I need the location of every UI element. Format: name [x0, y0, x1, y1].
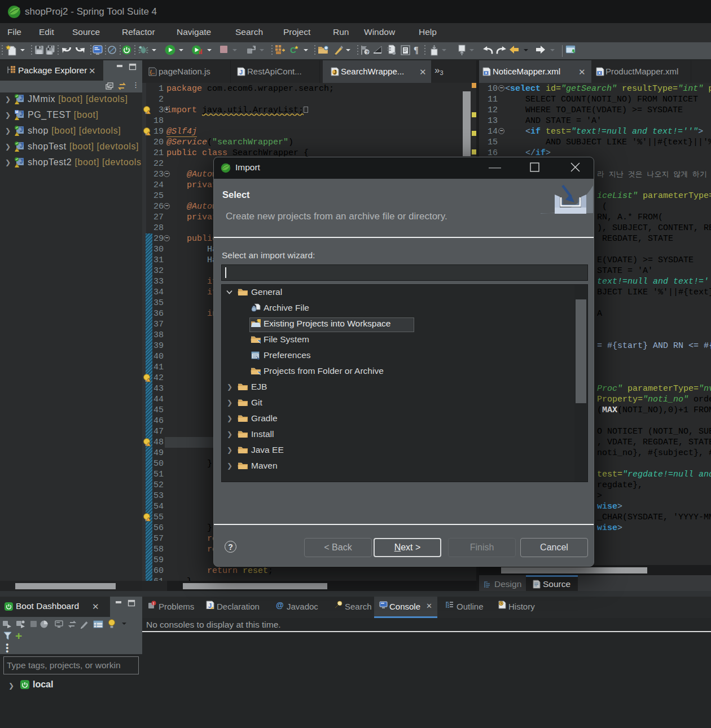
- svg-text:!: !: [153, 602, 154, 606]
- svg-text:!: !: [16, 101, 17, 104]
- svg-text:J: J: [208, 602, 212, 609]
- svg-text:!: !: [16, 164, 17, 167]
- svg-text:!: !: [16, 148, 17, 152]
- svg-text:C: C: [290, 45, 296, 55]
- svg-text:J: J: [21, 142, 24, 147]
- svg-text:X: X: [598, 71, 601, 75]
- svg-text:J: J: [21, 110, 24, 115]
- svg-text:J: J: [21, 157, 24, 162]
- svg-text:X: X: [485, 71, 488, 75]
- svg-text:J: J: [21, 94, 24, 99]
- svg-text:!: !: [16, 117, 17, 120]
- svg-text:J: J: [21, 126, 24, 131]
- svg-text:M: M: [15, 110, 18, 114]
- svg-text:J: J: [333, 69, 337, 76]
- svg-text:!: !: [16, 133, 17, 136]
- svg-text:?: ?: [366, 50, 369, 55]
- svg-text:J: J: [239, 69, 243, 76]
- svg-text:{..: {..: [150, 69, 155, 75]
